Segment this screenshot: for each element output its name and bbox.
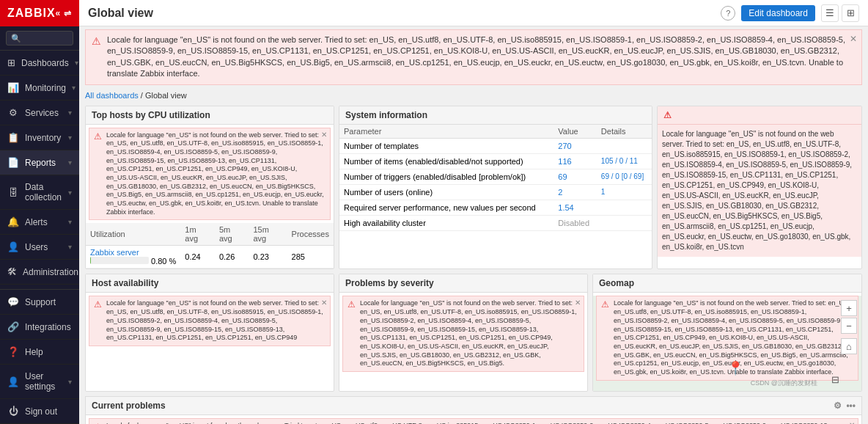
ha-alert-close[interactable]: ✕ bbox=[321, 298, 327, 307]
sidebar-item-integrations[interactable]: 🔗 Integrations bbox=[0, 315, 79, 340]
cpu-warning-icon: ⚠ bbox=[94, 131, 102, 217]
administration-icon: 🛠 bbox=[7, 266, 17, 277]
col-5m: 5m avg bbox=[215, 223, 249, 246]
reports-icon: 📄 bbox=[7, 157, 19, 168]
sidebar-bottom: 💬 Support 🔗 Integrations ❓ Help 👤 User s… bbox=[0, 289, 79, 424]
sidebar-item-data-collection[interactable]: 🗄 Data collection ▾ bbox=[0, 175, 79, 210]
more-icon[interactable]: ••• bbox=[846, 401, 856, 411]
val-perf: 1.54 bbox=[553, 200, 597, 215]
cpu-table: Utilization 1m avg 5m avg 15m avg Proces… bbox=[86, 223, 334, 268]
sidebar-item-user-settings[interactable]: 👤 User settings ▾ bbox=[0, 365, 79, 399]
sidebar-item-alerts[interactable]: 🔔 Alerts ▾ bbox=[0, 210, 79, 235]
geomap-body: ⚠ Locale for language "en_US" is not fou… bbox=[593, 296, 861, 391]
grid-view-icon[interactable]: ⊞ bbox=[842, 4, 859, 22]
detail-perf bbox=[597, 200, 652, 215]
arrow-icon: ▾ bbox=[68, 109, 72, 117]
sidebar-item-sign-out[interactable]: ⏻ Sign out bbox=[0, 399, 79, 424]
processes: 285 bbox=[287, 246, 334, 268]
sidebar-logo: ZABBIX « ⇌ bbox=[0, 0, 79, 26]
sidebar-item-services[interactable]: ⚙ Services ▾ bbox=[0, 100, 79, 125]
sidebar-item-label: Help bbox=[25, 347, 72, 357]
support-icon: 💬 bbox=[7, 296, 19, 307]
val-templates: 270 bbox=[553, 138, 597, 153]
avg1: 0.24 bbox=[180, 246, 215, 268]
help-icon: ❓ bbox=[7, 346, 19, 357]
topbar-right: ? Edit dashboard ☰ ⊞ bbox=[721, 4, 859, 22]
nav-icon[interactable]: ⇌ bbox=[64, 8, 72, 18]
table-row: Number of templates 270 bbox=[339, 138, 652, 153]
settings-icon[interactable]: ⚙ bbox=[834, 401, 842, 411]
ha-warning-icon: ⚠ bbox=[94, 299, 102, 342]
param-templates: Number of templates bbox=[339, 138, 553, 153]
geomap-filter-button[interactable]: ⊟ bbox=[831, 374, 839, 385]
problems-severity-header: Problems by severity bbox=[339, 274, 587, 293]
arrow-icon: ▾ bbox=[68, 218, 72, 226]
val-triggers: 69 bbox=[553, 169, 597, 184]
sidebar-item-monitoring[interactable]: 📊 Monitoring ▾ bbox=[0, 76, 79, 100]
param-triggers: Number of triggers (enabled/disabled [pr… bbox=[339, 169, 553, 184]
sidebar-item-inventory[interactable]: 📋 Inventory ▾ bbox=[0, 125, 79, 150]
cpu-widget: Top hosts by CPU utilization ⚠ Locale fo… bbox=[85, 106, 334, 270]
param-items: Number of items (enabled/disabled/not su… bbox=[339, 153, 553, 169]
collapse-icon[interactable]: « bbox=[56, 8, 62, 18]
sidebar-item-help[interactable]: ❓ Help bbox=[0, 340, 79, 365]
breadcrumb-all-dashboards[interactable]: All dashboards bbox=[85, 91, 139, 100]
cp-alert-close[interactable]: ✕ bbox=[849, 420, 855, 424]
zoom-out-button[interactable]: − bbox=[841, 318, 857, 334]
alert-banner: ⚠ Locale for language "en_US" is not fou… bbox=[85, 29, 862, 85]
sidebar-item-administration[interactable]: 🛠 Administration ▾ bbox=[0, 260, 79, 285]
cpu-widget-title: Top hosts by CPU utilization bbox=[92, 110, 210, 120]
breadcrumb-current: Global view bbox=[145, 91, 187, 100]
sidebar-item-label: Inventory bbox=[25, 133, 62, 143]
system-info-widget: System information Parameter Value Detai… bbox=[339, 106, 652, 270]
sidebar-item-label: Sign out bbox=[25, 406, 72, 417]
home-button[interactable]: ⌂ bbox=[841, 338, 857, 354]
sidebar-item-label: Data collection bbox=[25, 182, 62, 202]
monitoring-icon: 📊 bbox=[7, 82, 19, 93]
cpu-alert: ⚠ Locale for language "en_US" is not fou… bbox=[89, 128, 331, 221]
utilization-bar bbox=[90, 257, 149, 264]
sidebar-item-support[interactable]: 💬 Support bbox=[0, 290, 79, 315]
cpu-alert-text: Locale for language "en_US" is not found… bbox=[106, 131, 326, 217]
search-input[interactable] bbox=[6, 31, 73, 45]
sidebar-item-users[interactable]: 👤 Users ▾ bbox=[0, 235, 79, 260]
col-1m: 1m avg bbox=[180, 223, 215, 246]
list-view-icon[interactable]: ☰ bbox=[821, 4, 839, 22]
dashboard-row-2: Host availability ⚠ Locale for language … bbox=[85, 274, 862, 392]
host-avail-alert: ⚠ Locale for language "en_US" is not fou… bbox=[89, 296, 331, 346]
user-settings-icon: 👤 bbox=[7, 376, 19, 387]
col-15m: 15m avg bbox=[249, 223, 287, 246]
sidebar-item-label: Services bbox=[25, 108, 62, 118]
cp-alert: ⚠ Locale for language "en_US" is not fou… bbox=[89, 418, 858, 424]
edit-dashboard-button[interactable]: Edit dashboard bbox=[741, 5, 815, 21]
param-perf: Required server performance, new values … bbox=[339, 200, 553, 215]
host-name-link[interactable]: Zabbix server bbox=[90, 248, 139, 257]
sidebar-item-label: Users bbox=[25, 242, 62, 252]
table-row: Number of users (online) 2 1 bbox=[339, 184, 652, 200]
ps-alert-close[interactable]: ✕ bbox=[575, 298, 581, 307]
cpu-alert-close[interactable]: ✕ bbox=[321, 130, 327, 139]
ps-warning-icon: ⚠ bbox=[347, 299, 356, 368]
breadcrumb-separator: / bbox=[139, 91, 145, 100]
problems-severity-body: ⚠ Locale for language "en_US" is not fou… bbox=[339, 296, 587, 372]
geomap-header: Geomap bbox=[593, 274, 861, 293]
right-locale-body: Locale for language "en_US" is not found… bbox=[658, 125, 861, 257]
system-info-header: System information bbox=[339, 106, 652, 125]
help-button[interactable]: ? bbox=[721, 6, 735, 21]
arrow-icon: ▾ bbox=[68, 243, 72, 251]
avg15: 0.23 bbox=[249, 246, 287, 268]
zoom-in-button[interactable]: + bbox=[841, 300, 857, 316]
alert-close-button[interactable]: ✕ bbox=[850, 33, 857, 45]
right-locale-widget: ⚠ Locale for language "en_US" is not fou… bbox=[657, 106, 862, 270]
topbar: Global view ? Edit dashboard ☰ ⊞ bbox=[79, 0, 868, 26]
problems-severity-widget: Problems by severity ⚠ Locale for langua… bbox=[339, 274, 588, 392]
current-problems-header: Current problems ⚙ ••• bbox=[86, 397, 861, 415]
param-ha: High availability cluster bbox=[339, 215, 553, 230]
ps-alert: ⚠ Locale for language "en_US" is not fou… bbox=[342, 296, 584, 372]
sidebar-item-reports[interactable]: 📄 Reports ▾ bbox=[0, 150, 79, 175]
sidebar-item-dashboards[interactable]: ⊞ Dashboards ▾ bbox=[0, 51, 79, 76]
detail-triggers: 69 / 0 [0 / 69] bbox=[597, 169, 652, 184]
col-details: Details bbox=[597, 125, 652, 139]
col-parameter: Parameter bbox=[339, 125, 553, 139]
table-row: Required server performance, new values … bbox=[339, 200, 652, 215]
